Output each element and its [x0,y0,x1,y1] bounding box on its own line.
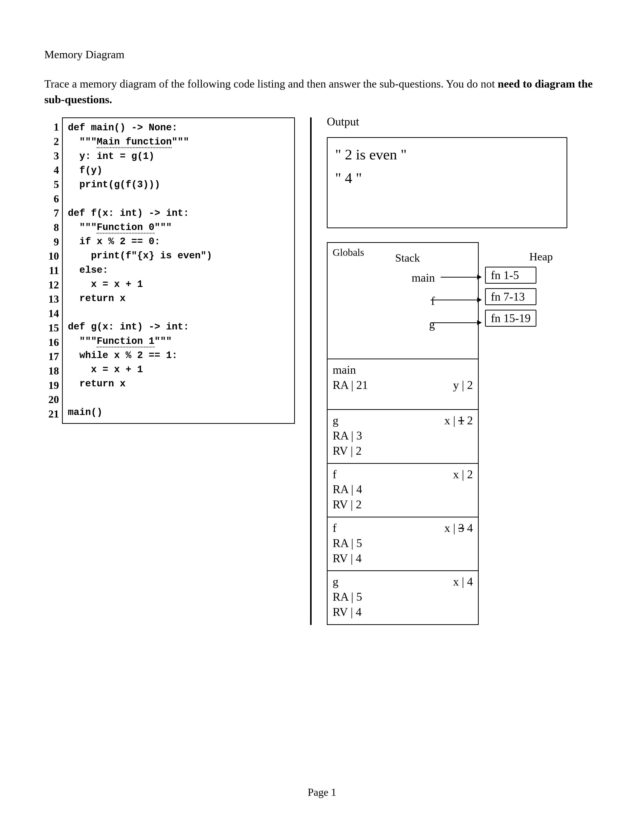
frame-f1-ra: RA | 4 [333,482,473,497]
frame-g1-rv: RV | 2 [333,443,473,458]
heap-fn-g: fn 15-19 [485,310,537,327]
globals-title: Globals [333,246,473,259]
frame-g2-name: g [333,574,338,589]
instructions: Trace a memory diagram of the following … [44,76,600,107]
frame-f-1: f x | 2 RA | 4 RV | 2 [328,464,478,517]
output-box: " 2 is even " " 4 " [327,137,567,228]
right-column: Output " 2 is even " " 4 " Stack Heap fn… [319,117,600,625]
frame-g2-rv: RV | 4 [333,604,473,620]
frame-g1-name: g [333,413,338,428]
frame-main-y: y | 2 [453,377,473,393]
global-main: main [333,266,435,289]
frame-f2-x: x | 3 4 [444,520,473,536]
frame-g-2: g x | 4 RA | 5 RV | 4 [328,571,478,624]
frame-main-name: main [333,362,473,377]
output-line-1: " 2 is even " [335,143,559,166]
vertical-divider [310,117,312,625]
frame-g1-ra: RA | 3 [333,428,473,443]
frame-f-2: f x | 3 4 RA | 5 RV | 4 [328,517,478,571]
frame-f1-name: f [333,467,337,482]
frame-f2-rv: RV | 4 [333,551,473,566]
heap-fn-f: fn 7-13 [485,288,537,305]
stack-column: Globals main f g main RA | 21 y | 2 [327,242,479,625]
frame-f2-ra: RA | 5 [333,536,473,551]
frame-g2-x: x | 4 [453,574,473,589]
page-title: Memory Diagram [44,48,600,61]
instructions-text: Trace a memory diagram of the following … [44,78,498,90]
heap-label: Heap [529,250,553,263]
page-footer: Page 1 [0,786,644,798]
heap-column: fn 1-5 fn 7-13 fn 15-19 [485,267,537,331]
frame-globals: Globals main f g [328,243,478,359]
frame-g-1: g x | 1 2 RA | 3 RV | 2 [328,410,478,463]
frame-g1-x: x | 1 2 [444,413,473,428]
frame-g2-ra: RA | 5 [333,589,473,604]
frame-f1-rv: RV | 2 [333,497,473,512]
global-f: f [333,289,435,313]
global-g: g [333,313,435,336]
line-numbers: 1 2 3 4 5 6 7 8 9 10 11 12 13 14 15 16 1… [44,117,62,424]
code-box: def main() -> None: """Main function""" … [62,117,295,424]
code-column: 1 2 3 4 5 6 7 8 9 10 11 12 13 14 15 16 1… [44,117,295,424]
frame-f1-x: x | 2 [453,467,473,482]
output-label: Output [327,115,600,128]
frame-main: main RA | 21 y | 2 [328,359,478,410]
frame-main-ra: RA | 21 [333,377,368,393]
heap-fn-main: fn 1-5 [485,267,537,284]
frame-f2-name: f [333,520,337,536]
output-line-2: " 4 " [335,166,559,190]
